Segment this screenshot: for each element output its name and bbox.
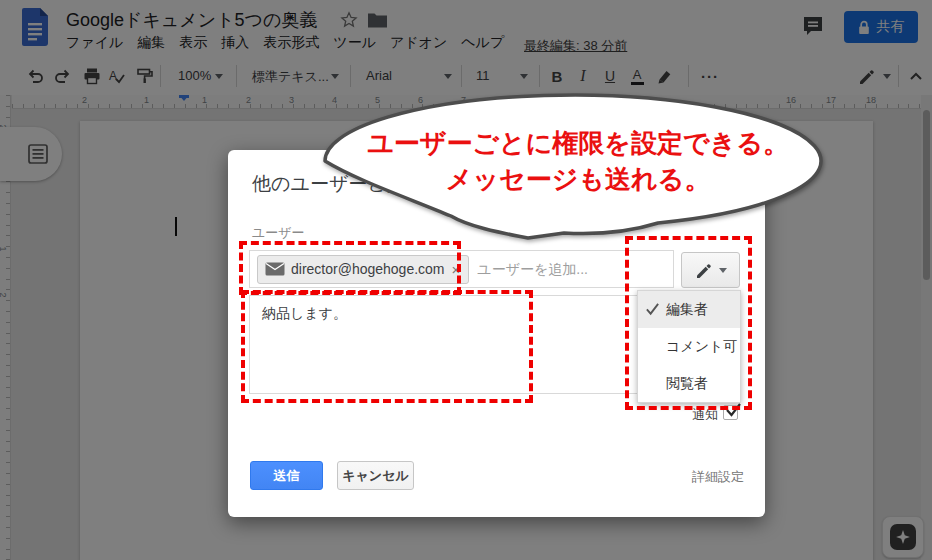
annotation-line1: ユーザーごとに権限を設定できる。	[352, 125, 804, 161]
annotation-text: ユーザーごとに権限を設定できる。 メッセージも送れる。	[352, 125, 804, 197]
annotation-line2: メッセージも送れる。	[352, 161, 804, 197]
send-button[interactable]: 送信	[250, 461, 323, 490]
advanced-settings-link[interactable]: 詳細設定	[692, 468, 744, 486]
users-label: ユーザー	[252, 224, 305, 242]
app-window: Googleドキュメント5つの奥義 ファイル 編集 表示 挿入 表示形式 ツール…	[0, 0, 932, 560]
annotation-rect-message	[241, 290, 533, 403]
annotation-rect-permissions	[625, 236, 752, 410]
cancel-button[interactable]: キャンセル	[337, 461, 414, 490]
